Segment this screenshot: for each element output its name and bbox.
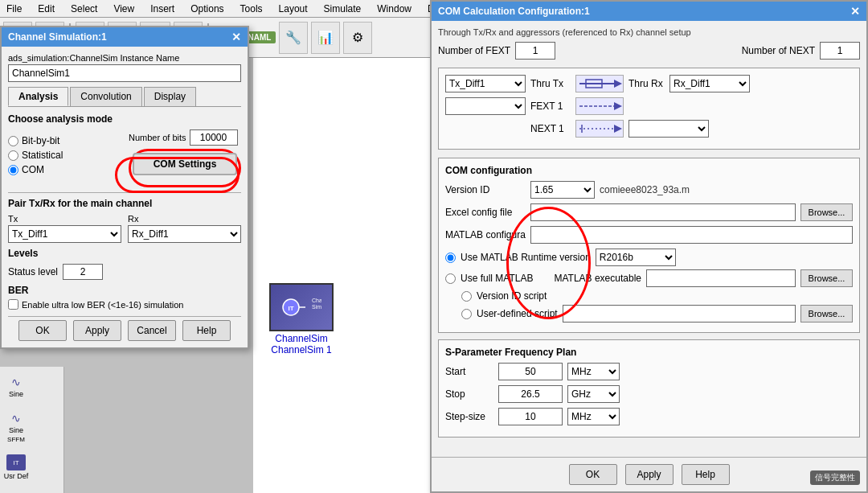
matlab-browse-button[interactable]: Browse... [800, 269, 853, 287]
matlab-executable-label: MATLAB executable [554, 273, 641, 284]
version-default-text: comieee8023_93a.m [600, 184, 690, 195]
status-level-input[interactable] [63, 264, 103, 280]
radio-statistical: Statistical [8, 150, 63, 161]
rx-select[interactable]: Rx_Diff1 [128, 225, 241, 243]
stepsize-label: Step-size [445, 411, 493, 422]
user-defined-script-input[interactable] [563, 305, 796, 323]
sidebar: ∿ Sine ∿ Sine SFFM IT Usr Def IT SFFM IT… [0, 367, 64, 493]
com-dialog-close[interactable]: ✕ [850, 5, 860, 18]
thru-row: Tx_Diff1 Thru Tx Thru Rx Rx_Diff1 [445, 75, 853, 92]
script-browse-button[interactable]: Browse... [800, 305, 853, 323]
menu-tools[interactable]: Tools [237, 2, 266, 16]
cancel-button[interactable]: Cancel [128, 320, 176, 341]
tab-analysis[interactable]: Analysis [8, 87, 68, 106]
ber-label: BER [8, 285, 241, 296]
menu-file[interactable]: File [3, 2, 25, 16]
through-section-title: Through Tx/Rx and aggressors (referenced… [438, 27, 860, 37]
excel-config-input[interactable] [530, 203, 796, 221]
radio-statistical-label: Statistical [22, 150, 63, 161]
matlab-executable-input[interactable] [646, 269, 796, 287]
apply-button[interactable]: Apply [73, 320, 121, 341]
channelsim-block[interactable]: IT Chan Sim ChannelSim ChannelSim 1 [269, 283, 334, 355]
menu-insert[interactable]: Insert [147, 2, 178, 16]
matlab-config-input[interactable] [530, 226, 853, 244]
version-id-row: Version ID 1.65 1.54 2.28 2.60 2.93 3.10… [445, 181, 853, 199]
start-unit-select[interactable]: MHz [567, 363, 620, 380]
stepsize-row: Step-size MHz [445, 408, 853, 425]
it-icon-1: IT [6, 454, 26, 470]
fext1-select[interactable] [445, 97, 526, 115]
status-level-label: Status level [8, 266, 58, 277]
stepsize-input[interactable] [498, 408, 563, 425]
com-settings-button[interactable]: COM Settings [133, 153, 237, 175]
radio-com-input[interactable] [8, 165, 18, 175]
menu-window[interactable]: Window [374, 2, 415, 16]
version-id-script-label: Version ID script [477, 290, 547, 302]
fext-input[interactable] [515, 42, 555, 60]
runtime-version-select[interactable]: R2016b [596, 249, 676, 266]
menu-layout[interactable]: Layout [276, 2, 311, 16]
menu-view[interactable]: View [110, 2, 137, 16]
sine-icon-2: ∿ [11, 412, 21, 425]
ok-button[interactable]: OK [18, 320, 67, 341]
channelsim-icon: IT Chan Sim [269, 283, 334, 331]
com-help-button[interactable]: Help [682, 464, 730, 485]
com-ok-button[interactable]: OK [569, 464, 617, 485]
toolbar-btn-extra1[interactable]: 🔧 [279, 22, 308, 54]
channel-sim-dialog: Channel Simulation:1 ✕ ads_simulation:Ch… [0, 26, 249, 349]
sidebar-usrdef-label: Usr Def [4, 472, 29, 480]
stop-unit-select[interactable]: GHz [567, 385, 620, 403]
rx-channel-select[interactable]: Rx_Diff1 [669, 75, 750, 92]
sidebar-item-sine2[interactable]: ∿ Sine SFFM [0, 407, 32, 447]
ber-checkbox[interactable] [8, 299, 18, 310]
tx-rx-row: Tx Tx_Diff1 Rx Rx_Diff1 [8, 214, 241, 243]
sidebar-item-it2[interactable]: IT SFFM [0, 487, 32, 493]
use-full-matlab-radio[interactable] [445, 273, 456, 284]
excel-config-row: Excel config file Browse... [445, 203, 853, 221]
ber-section: BER Enable ultra low BER (<1e-16) simula… [8, 285, 241, 310]
toolbar-btn-extra3[interactable]: ⚙ [343, 22, 372, 54]
thru-tx-arrow [575, 75, 624, 92]
stop-input[interactable] [498, 385, 563, 403]
radio-statistical-input[interactable] [8, 150, 18, 161]
start-input[interactable] [498, 363, 563, 380]
tab-convolution[interactable]: Convolution [70, 87, 141, 106]
channel-sim-close[interactable]: ✕ [231, 31, 241, 43]
fext1-row: FEXT 1 [445, 97, 853, 115]
next-input[interactable] [820, 42, 860, 60]
menu-select[interactable]: Select [68, 2, 100, 16]
svg-marker-11 [614, 125, 622, 133]
svg-marker-6 [614, 80, 622, 88]
com-apply-button[interactable]: Apply [625, 464, 674, 485]
user-defined-script-radio[interactable] [461, 309, 472, 319]
excel-config-label: Excel config file [445, 207, 526, 218]
excel-browse-button[interactable]: Browse... [800, 203, 853, 221]
ber-checkbox-label: Enable ultra low BER (<1e-16) simulation [22, 300, 183, 310]
num-bits-input[interactable] [190, 129, 238, 146]
tx-channel-select[interactable]: Tx_Diff1 [445, 75, 526, 92]
menu-options[interactable]: Options [187, 2, 227, 16]
sidebar-item-it1[interactable]: IT Usr Def [0, 447, 32, 487]
instance-name-input[interactable] [8, 64, 241, 82]
menu-edit[interactable]: Edit [35, 2, 58, 16]
sidebar-item-sine1[interactable]: ∿ Sine [0, 367, 32, 407]
menu-simulate[interactable]: Simulate [321, 2, 365, 16]
stepsize-unit-select[interactable]: MHz [567, 408, 620, 425]
radio-bit-input[interactable] [8, 136, 18, 146]
version-id-script-radio[interactable] [461, 291, 472, 302]
channel-sim-titlebar: Channel Simulation:1 ✕ [2, 27, 248, 47]
use-full-matlab-label: Use full MATLAB [461, 273, 533, 284]
stop-label: Stop [445, 388, 493, 400]
tx-select[interactable]: Tx_Diff1 [8, 225, 121, 243]
tab-display[interactable]: Display [144, 87, 196, 106]
watermark: 信号完整性 [810, 470, 860, 485]
help-button[interactable]: Help [182, 320, 231, 341]
svg-marker-9 [614, 102, 622, 110]
divider-1 [8, 192, 241, 193]
next1-label: NEXT 1 [530, 123, 571, 134]
version-id-select[interactable]: 1.65 1.54 2.28 2.60 2.93 3.10 3.40 3.70 [530, 181, 595, 199]
toolbar-btn-extra2[interactable]: 📊 [311, 22, 340, 54]
next1-select[interactable] [628, 120, 709, 138]
rx-col: Rx Rx_Diff1 [128, 214, 241, 243]
use-matlab-runtime-radio[interactable] [445, 253, 456, 263]
